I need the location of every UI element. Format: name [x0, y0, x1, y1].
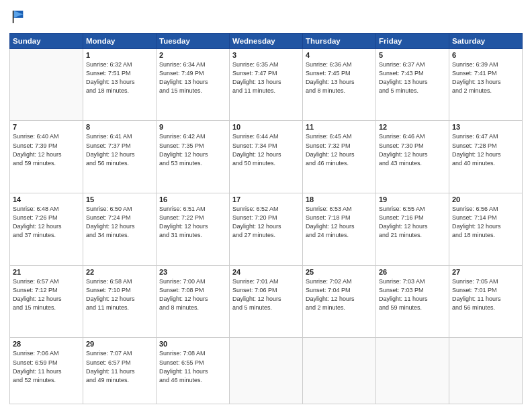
logo-flag-icon: [11, 9, 26, 24]
day-info: Sunrise: 6:35 AMSunset: 7:47 PMDaylight:…: [232, 60, 300, 95]
calendar-cell: 20Sunrise: 6:56 AMSunset: 7:14 PMDayligh…: [449, 193, 523, 266]
day-info: Sunrise: 6:50 AMSunset: 7:24 PMDaylight:…: [86, 205, 153, 240]
day-info: Sunrise: 6:47 AMSunset: 7:28 PMDaylight:…: [452, 132, 519, 167]
day-number: 27: [452, 268, 519, 276]
day-number: 26: [379, 268, 446, 276]
calendar-cell: [230, 338, 303, 404]
day-number: 18: [306, 195, 373, 203]
day-number: 11: [306, 123, 373, 131]
weekday-header-wednesday: Wednesday: [230, 33, 303, 48]
day-number: 3: [232, 51, 300, 59]
day-info: Sunrise: 6:40 AMSunset: 7:39 PMDaylight:…: [13, 132, 80, 167]
day-number: 7: [13, 123, 80, 131]
calendar-cell: 2Sunrise: 6:34 AMSunset: 7:49 PMDaylight…: [157, 48, 230, 121]
day-number: 10: [232, 123, 300, 131]
calendar-cell: 21Sunrise: 6:57 AMSunset: 7:12 PMDayligh…: [10, 265, 83, 338]
day-info: Sunrise: 6:45 AMSunset: 7:32 PMDaylight:…: [306, 132, 373, 167]
day-info: Sunrise: 7:02 AMSunset: 7:04 PMDaylight:…: [306, 277, 373, 312]
calendar-cell: 3Sunrise: 6:35 AMSunset: 7:47 PMDaylight…: [230, 48, 303, 121]
day-number: 5: [379, 51, 446, 59]
calendar-cell: 11Sunrise: 6:45 AMSunset: 7:32 PMDayligh…: [303, 121, 376, 193]
calendar-week-row: 14Sunrise: 6:48 AMSunset: 7:26 PMDayligh…: [10, 193, 523, 266]
day-info: Sunrise: 7:01 AMSunset: 7:06 PMDaylight:…: [232, 277, 300, 312]
calendar-week-row: 7Sunrise: 6:40 AMSunset: 7:39 PMDaylight…: [10, 121, 523, 193]
day-number: 23: [159, 268, 226, 276]
day-number: 9: [159, 123, 226, 131]
day-info: Sunrise: 6:51 AMSunset: 7:22 PMDaylight:…: [159, 205, 226, 240]
calendar-cell: 28Sunrise: 7:06 AMSunset: 6:59 PMDayligh…: [10, 338, 83, 404]
calendar-cell: 12Sunrise: 6:46 AMSunset: 7:30 PMDayligh…: [376, 121, 449, 193]
calendar-cell: 26Sunrise: 7:03 AMSunset: 7:03 PMDayligh…: [376, 265, 449, 338]
calendar-cell: 30Sunrise: 7:08 AMSunset: 6:55 PMDayligh…: [157, 338, 230, 404]
day-number: 28: [13, 340, 80, 348]
day-number: 1: [86, 51, 153, 59]
day-info: Sunrise: 6:42 AMSunset: 7:35 PMDaylight:…: [159, 132, 226, 167]
calendar-cell: 5Sunrise: 6:37 AMSunset: 7:43 PMDaylight…: [376, 48, 449, 121]
day-number: 12: [379, 123, 446, 131]
day-number: 8: [86, 123, 153, 131]
weekday-header-tuesday: Tuesday: [157, 33, 230, 48]
day-number: 20: [452, 195, 519, 203]
calendar-cell: 29Sunrise: 7:07 AMSunset: 6:57 PMDayligh…: [83, 338, 157, 404]
calendar-cell: 14Sunrise: 6:48 AMSunset: 7:26 PMDayligh…: [10, 193, 83, 266]
day-info: Sunrise: 6:36 AMSunset: 7:45 PMDaylight:…: [306, 60, 373, 95]
day-number: 19: [379, 195, 446, 203]
weekday-header-row: SundayMondayTuesdayWednesdayThursdayFrid…: [10, 33, 523, 48]
weekday-header-thursday: Thursday: [303, 33, 376, 48]
calendar-cell: 24Sunrise: 7:01 AMSunset: 7:06 PMDayligh…: [230, 265, 303, 338]
calendar-week-row: 28Sunrise: 7:06 AMSunset: 6:59 PMDayligh…: [10, 338, 523, 404]
day-info: Sunrise: 6:32 AMSunset: 7:51 PMDaylight:…: [86, 60, 153, 95]
weekday-header-saturday: Saturday: [449, 33, 523, 48]
day-info: Sunrise: 7:08 AMSunset: 6:55 PMDaylight:…: [159, 349, 226, 384]
day-info: Sunrise: 7:06 AMSunset: 6:59 PMDaylight:…: [13, 349, 80, 384]
calendar-cell: 25Sunrise: 7:02 AMSunset: 7:04 PMDayligh…: [303, 265, 376, 338]
weekday-header-friday: Friday: [376, 33, 449, 48]
calendar-cell: [303, 338, 376, 404]
day-info: Sunrise: 6:39 AMSunset: 7:41 PMDaylight:…: [452, 60, 519, 95]
calendar-cell: 8Sunrise: 6:41 AMSunset: 7:37 PMDaylight…: [83, 121, 157, 193]
day-info: Sunrise: 6:44 AMSunset: 7:34 PMDaylight:…: [232, 132, 300, 167]
calendar-cell: 17Sunrise: 6:52 AMSunset: 7:20 PMDayligh…: [230, 193, 303, 266]
day-number: 14: [13, 195, 80, 203]
calendar-week-row: 1Sunrise: 6:32 AMSunset: 7:51 PMDaylight…: [10, 48, 523, 121]
day-number: 24: [232, 268, 300, 276]
calendar-cell: [10, 48, 83, 121]
calendar-cell: 16Sunrise: 6:51 AMSunset: 7:22 PMDayligh…: [157, 193, 230, 266]
day-info: Sunrise: 6:52 AMSunset: 7:20 PMDaylight:…: [232, 205, 300, 240]
day-info: Sunrise: 6:53 AMSunset: 7:18 PMDaylight:…: [306, 205, 373, 240]
day-info: Sunrise: 7:07 AMSunset: 6:57 PMDaylight:…: [86, 349, 153, 384]
day-number: 17: [232, 195, 300, 203]
day-info: Sunrise: 6:58 AMSunset: 7:10 PMDaylight:…: [86, 277, 153, 312]
day-number: 13: [452, 123, 519, 131]
day-number: 15: [86, 195, 153, 203]
day-number: 16: [159, 195, 226, 203]
calendar-cell: 13Sunrise: 6:47 AMSunset: 7:28 PMDayligh…: [449, 121, 523, 193]
day-info: Sunrise: 7:03 AMSunset: 7:03 PMDaylight:…: [379, 277, 446, 312]
logo: [9, 9, 26, 28]
day-number: 4: [306, 51, 373, 59]
day-info: Sunrise: 6:57 AMSunset: 7:12 PMDaylight:…: [13, 277, 80, 312]
calendar-cell: 1Sunrise: 6:32 AMSunset: 7:51 PMDaylight…: [83, 48, 157, 121]
calendar-cell: [376, 338, 449, 404]
day-info: Sunrise: 6:55 AMSunset: 7:16 PMDaylight:…: [379, 205, 446, 240]
calendar-cell: 15Sunrise: 6:50 AMSunset: 7:24 PMDayligh…: [83, 193, 157, 266]
calendar-cell: 18Sunrise: 6:53 AMSunset: 7:18 PMDayligh…: [303, 193, 376, 266]
day-number: 30: [159, 340, 226, 348]
calendar-table: SundayMondayTuesdayWednesdayThursdayFrid…: [9, 33, 523, 404]
weekday-header-monday: Monday: [83, 33, 157, 48]
calendar-cell: 6Sunrise: 6:39 AMSunset: 7:41 PMDaylight…: [449, 48, 523, 121]
day-number: 29: [86, 340, 153, 348]
day-info: Sunrise: 6:41 AMSunset: 7:37 PMDaylight:…: [86, 132, 153, 167]
calendar-cell: 7Sunrise: 6:40 AMSunset: 7:39 PMDaylight…: [10, 121, 83, 193]
calendar-cell: 9Sunrise: 6:42 AMSunset: 7:35 PMDaylight…: [157, 121, 230, 193]
day-info: Sunrise: 6:37 AMSunset: 7:43 PMDaylight:…: [379, 60, 446, 95]
calendar-cell: 23Sunrise: 7:00 AMSunset: 7:08 PMDayligh…: [157, 265, 230, 338]
day-number: 6: [452, 51, 519, 59]
day-number: 21: [13, 268, 80, 276]
calendar-page: SundayMondayTuesdayWednesdayThursdayFrid…: [0, 0, 532, 411]
svg-rect-2: [13, 11, 14, 23]
day-number: 22: [86, 268, 153, 276]
weekday-header-sunday: Sunday: [10, 33, 83, 48]
calendar-cell: 27Sunrise: 7:05 AMSunset: 7:01 PMDayligh…: [449, 265, 523, 338]
page-header: [9, 7, 523, 28]
